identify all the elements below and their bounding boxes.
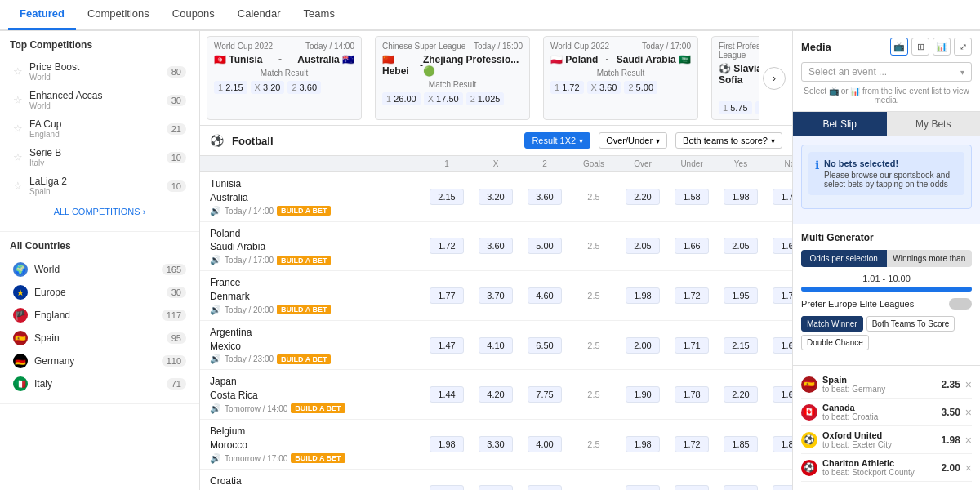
odds-btn[interactable]: X 4.00 (755, 101, 760, 114)
betslip-tab[interactable]: Bet Slip (793, 112, 887, 136)
odds-x-btn[interactable]: 3.30 (479, 436, 513, 452)
build-bet-btn[interactable]: BUILD A BET (291, 403, 345, 413)
sound-icon[interactable]: 🔊 (210, 206, 221, 216)
odds-btn[interactable]: X 3.20 (251, 81, 285, 94)
media-expand-btn[interactable]: ⤢ (954, 38, 972, 56)
odds-over-btn[interactable]: 2.00 (626, 337, 660, 354)
odds-x-btn[interactable]: 3.60 (479, 238, 513, 254)
odds-under-btn[interactable]: 1.72 (675, 287, 709, 304)
odds-no-btn[interactable]: 1.68 (773, 238, 792, 254)
odds-btn[interactable]: 1 5.75 (719, 101, 752, 114)
bet-pick-close-btn[interactable]: × (965, 461, 972, 474)
odds-x-btn[interactable]: 3.40 (479, 485, 513, 490)
odds-yes-btn[interactable]: 1.83 (724, 485, 758, 490)
filter-match-winner[interactable]: Match Winner (801, 316, 863, 332)
odds-over-btn[interactable]: 1.98 (626, 485, 660, 490)
odds-btn[interactable]: X 3.60 (587, 81, 621, 94)
build-bet-btn[interactable]: BUILD A BET (291, 453, 345, 463)
odds-1-btn[interactable]: 2.15 (430, 189, 464, 205)
nav-competitions[interactable]: Competitions (76, 0, 161, 30)
odds-no-btn[interactable]: 1.87 (773, 485, 792, 490)
odds-1-btn[interactable]: 1.44 (430, 386, 464, 403)
prefer-toggle[interactable] (949, 298, 972, 310)
media-grid-btn[interactable]: ⊞ (911, 38, 929, 56)
odds-no-btn[interactable]: 1.77 (773, 287, 792, 304)
odds-2-btn[interactable]: 7.75 (528, 386, 562, 403)
odds-x-btn[interactable]: 4.20 (479, 386, 513, 403)
top-comp-item[interactable]: ☆ Enhanced Accas World 30 (10, 86, 189, 114)
odds-1-btn[interactable]: 1.77 (430, 287, 464, 304)
odds-yes-btn[interactable]: 2.05 (724, 238, 758, 254)
odds-1-btn[interactable]: 2.10 (430, 485, 464, 490)
filter-both-teams[interactable]: Both Teams To Score (866, 316, 956, 332)
all-competitions-link[interactable]: ALL COMPETITIONS › (10, 200, 189, 223)
media-tv-btn[interactable]: 📺 (890, 38, 908, 56)
nav-calendar[interactable]: Calendar (226, 0, 292, 30)
nav-teams[interactable]: Teams (292, 0, 346, 30)
odds-x-btn[interactable]: 3.70 (479, 287, 513, 304)
odds-1-btn[interactable]: 1.98 (430, 436, 464, 452)
build-bet-btn[interactable]: BUILD A BET (277, 256, 331, 265)
odds-over-btn[interactable]: 2.05 (626, 238, 660, 254)
odds-btn[interactable]: 2 3.60 (287, 81, 321, 94)
sound-icon[interactable]: 🔊 (210, 403, 221, 414)
range-bar[interactable] (801, 287, 972, 292)
odds-2-btn[interactable]: 5.00 (528, 238, 562, 254)
odds-yes-btn[interactable]: 1.95 (724, 287, 758, 304)
odds-under-btn[interactable]: 1.72 (675, 436, 709, 452)
multi-gen-odds-tab[interactable]: Odds per selection (801, 250, 887, 267)
sound-icon[interactable]: 🔊 (210, 255, 221, 265)
top-comp-item[interactable]: ☆ LaLiga 2 Spain 10 (10, 172, 189, 200)
sound-icon[interactable]: 🔊 (210, 354, 221, 364)
odds-2-btn[interactable]: 3.50 (528, 485, 562, 490)
odds-yes-btn[interactable]: 1.85 (724, 436, 758, 452)
top-comp-item[interactable]: ☆ Price Boost World 80 (10, 57, 189, 86)
odds-yes-btn[interactable]: 2.20 (724, 386, 758, 403)
country-item[interactable]: 🌍 World 165 (10, 258, 189, 281)
odds-under-btn[interactable]: 1.78 (675, 386, 709, 403)
odds-over-btn[interactable]: 1.98 (626, 436, 660, 452)
country-item[interactable]: 🇩🇪 Germany 110 (10, 350, 189, 372)
odds-btn[interactable]: 1 1.72 (550, 81, 584, 94)
nav-featured[interactable]: Featured (8, 0, 76, 30)
odds-under-btn[interactable]: 1.72 (675, 485, 709, 490)
sound-icon[interactable]: 🔊 (210, 305, 221, 315)
odds-btn[interactable]: 2 5.00 (624, 81, 657, 94)
country-item[interactable]: 🏴 England 117 (10, 304, 189, 327)
bet-pick-close-btn[interactable]: × (965, 434, 972, 447)
odds-2-btn[interactable]: 4.60 (528, 287, 562, 304)
odds-1-btn[interactable]: 1.47 (430, 337, 464, 354)
odds-under-btn[interactable]: 1.66 (675, 238, 709, 254)
odds-under-btn[interactable]: 1.71 (675, 337, 709, 354)
odds-yes-btn[interactable]: 1.98 (724, 189, 758, 205)
odds-no-btn[interactable]: 1.75 (773, 189, 792, 205)
odds-x-btn[interactable]: 4.10 (479, 337, 513, 354)
build-bet-btn[interactable]: BUILD A BET (277, 206, 331, 216)
nav-coupons[interactable]: Coupons (161, 0, 226, 30)
odds-2-btn[interactable]: 3.60 (528, 189, 562, 205)
odds-2-btn[interactable]: 6.50 (528, 337, 562, 354)
odds-no-btn[interactable]: 1.85 (773, 436, 792, 452)
bet-pick-close-btn[interactable]: × (965, 378, 972, 391)
odds-over-btn[interactable]: 2.20 (626, 189, 660, 205)
odds-no-btn[interactable]: 1.61 (773, 386, 792, 403)
odds-btn[interactable]: 2 1.025 (466, 92, 505, 105)
country-item[interactable]: 🇪🇸 Spain 95 (10, 327, 189, 350)
odds-over-btn[interactable]: 1.90 (626, 386, 660, 403)
bet-pick-close-btn[interactable]: × (965, 406, 972, 419)
media-event-select[interactable]: Select an event ... ▾ (801, 62, 972, 82)
odds-1-btn[interactable]: 1.72 (430, 238, 464, 254)
sound-icon[interactable]: 🔊 (210, 453, 221, 464)
mybets-tab[interactable]: My Bets (887, 112, 981, 136)
odds-yes-btn[interactable]: 2.15 (724, 337, 758, 354)
media-chart-btn[interactable]: 📊 (933, 38, 951, 56)
filter-result-btn[interactable]: Result 1X2 (524, 132, 590, 149)
build-bet-btn[interactable]: BUILD A BET (277, 354, 331, 364)
multi-gen-winnings-tab[interactable]: Winnings more than (887, 250, 973, 267)
filter-double-chance[interactable]: Double Chance (801, 335, 869, 350)
odds-btn[interactable]: 1 2.15 (214, 81, 247, 94)
build-bet-btn[interactable]: BUILD A BET (277, 305, 331, 314)
odds-no-btn[interactable]: 1.62 (773, 337, 792, 354)
odds-x-btn[interactable]: 3.20 (479, 189, 513, 205)
filter-overunder-btn[interactable]: Over/Under (599, 132, 667, 149)
